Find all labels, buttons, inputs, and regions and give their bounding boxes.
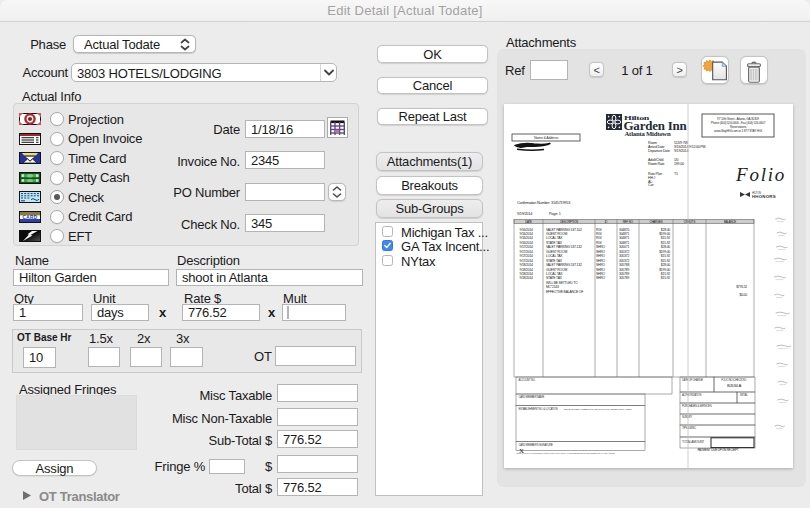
svg-text:STATE TAX: STATE TAX xyxy=(546,241,563,245)
svg-text:$776.52: $776.52 xyxy=(736,285,747,289)
svg-text:CARD: CARD xyxy=(23,215,38,220)
svg-text:REF. NO.: REF. NO. xyxy=(623,220,634,224)
svg-text:$15.92: $15.92 xyxy=(661,254,670,258)
svg-text:SHRO: SHRO xyxy=(596,276,606,280)
svg-text:CARD MEMBER NAME: CARD MEMBER NAME xyxy=(519,395,545,399)
svg-text:9/17/2014: 9/17/2014 xyxy=(520,259,534,263)
svg-text:SUNDRY: SUNDRY xyxy=(682,415,693,419)
svg-text:Car:: Car: xyxy=(648,183,654,187)
svg-text:305789: 305789 xyxy=(619,272,629,276)
svg-text:STATE TAX: STATE TAX xyxy=(546,276,563,280)
svg-text:VALET PARKING 537-132: VALET PARKING 537-132 xyxy=(546,245,582,249)
svg-text:304870: 304870 xyxy=(619,228,629,232)
svg-text:Garden Inn: Garden Inn xyxy=(624,120,688,132)
svg-text:AUTHORIZATION: AUTHORIZATION xyxy=(682,393,701,397)
svg-text:$199.00: $199.00 xyxy=(659,268,670,272)
svg-text:GUEST ROOM: GUEST ROOM xyxy=(546,268,567,272)
svg-text:80534 A: 80534 A xyxy=(727,383,741,388)
svg-text:TIPS & MISC.: TIPS & MISC. xyxy=(682,426,697,430)
svg-text:$0.00: $0.00 xyxy=(740,293,748,297)
svg-text:ESTABLISHMENT AGREES TO TRANSM: ESTABLISHMENT AGREES TO TRANSMIT TO CARD… xyxy=(564,408,632,410)
svg-text:ID: ID xyxy=(605,220,608,224)
svg-text:305789: 305789 xyxy=(619,276,629,280)
svg-text:304871: 304871 xyxy=(619,241,629,245)
svg-text:$15.92: $15.92 xyxy=(661,272,670,276)
svg-text:RGI: RGI xyxy=(596,232,602,236)
svg-text:Page: 1: Page: 1 xyxy=(549,212,561,216)
svg-text:9/16/2014: 9/16/2014 xyxy=(520,232,534,236)
svg-text:9/18/2014: 9/18/2014 xyxy=(520,276,534,280)
svg-text:SHRO: SHRO xyxy=(596,263,606,267)
svg-text:T1: T1 xyxy=(674,172,678,176)
svg-text:$15.92: $15.92 xyxy=(661,276,670,280)
svg-text:TOTAL AMOUNT: TOTAL AMOUNT xyxy=(682,440,704,444)
svg-text:$199.00: $199.00 xyxy=(659,232,670,236)
svg-text:FOLIO NO./CHECK NO.: FOLIO NO./CHECK NO. xyxy=(721,378,747,382)
svg-text:Room Rate: Room Rate xyxy=(648,162,665,166)
svg-text:305372: 305372 xyxy=(619,259,629,263)
svg-text:Departure Date: Departure Date xyxy=(648,149,670,153)
svg-text:305788: 305788 xyxy=(619,263,629,267)
svg-text:9/18/2014: 9/18/2014 xyxy=(520,263,534,267)
svg-text:305372: 305372 xyxy=(619,250,629,254)
svg-text:www.StayHGI.com or 1 877 STAY: www.StayHGI.com or 1 877 STAY HGI xyxy=(714,129,762,133)
svg-text:9/18/2014: 9/18/2014 xyxy=(520,268,534,272)
svg-text:WILL BE SETTLED TO: WILL BE SETTLED TO xyxy=(546,281,578,285)
svg-text:LOCAL TAX: LOCAL TAX xyxy=(546,272,563,276)
svg-text:VALET PARKING 537-132: VALET PARKING 537-132 xyxy=(546,263,582,267)
svg-text:305372: 305372 xyxy=(619,254,629,258)
svg-text:VALET PARKING 537-102: VALET PARKING 537-102 xyxy=(546,228,582,232)
svg-text:ACCOUNT NO.: ACCOUNT NO. xyxy=(519,378,536,382)
svg-text:BALANCE: BALANCE xyxy=(724,220,736,224)
svg-text:199.00: 199.00 xyxy=(674,162,684,166)
svg-text:9/16/2014: 9/16/2014 xyxy=(520,241,534,245)
svg-text:DATE OF CHARGE: DATE OF CHARGE xyxy=(682,378,703,382)
svg-text:LOCAL TAX: LOCAL TAX xyxy=(546,254,563,258)
svg-text:CHARGES: CHARGES xyxy=(650,220,663,224)
svg-text:$15.92: $15.92 xyxy=(661,259,670,263)
svg-text:INITIAL: INITIAL xyxy=(740,393,748,397)
svg-text:GUEST ROOM: GUEST ROOM xyxy=(546,232,567,236)
svg-text:RGI: RGI xyxy=(596,241,602,245)
svg-text:CREDITS: CREDITS xyxy=(684,220,696,224)
svg-text:ESTABLISHMENT NO. & LOCATION: ESTABLISHMENT NO. & LOCATION xyxy=(519,407,558,411)
svg-text:Name & Address: Name & Address xyxy=(534,136,559,140)
svg-text:9/16/2014: 9/16/2014 xyxy=(520,228,534,232)
svg-text:$28.00: $28.00 xyxy=(661,228,670,232)
svg-text:9/17/2014: 9/17/2014 xyxy=(520,254,534,258)
svg-text:SHRO: SHRO xyxy=(596,250,606,254)
svg-text:HHONORS: HHONORS xyxy=(752,194,776,199)
svg-text:9/17/2014: 9/17/2014 xyxy=(520,245,534,249)
svg-text:SHRO: SHRO xyxy=(596,245,606,249)
svg-text:GUEST ROOM: GUEST ROOM xyxy=(546,250,567,254)
svg-text:304871: 304871 xyxy=(619,232,629,236)
svg-text:DESCRIPTION: DESCRIPTION xyxy=(560,220,578,224)
svg-text:$199.00: $199.00 xyxy=(659,250,670,254)
svg-text:RGI: RGI xyxy=(596,228,602,232)
svg-text:$28.00: $28.00 xyxy=(661,263,670,267)
svg-text:SHRO: SHRO xyxy=(596,268,606,272)
svg-text:$28.00: $28.00 xyxy=(661,245,670,249)
svg-text:RGI: RGI xyxy=(596,236,602,240)
svg-text:304871: 304871 xyxy=(619,236,629,240)
svg-text:$15.92: $15.92 xyxy=(661,241,670,245)
svg-text:PURCHASES & SERVICES: PURCHASES & SERVICES xyxy=(682,404,712,408)
svg-text:PAYMENT DUE UPON RECEIPT: PAYMENT DUE UPON RECEIPT xyxy=(697,448,738,452)
svg-text:Confirmation Number: 314571995: Confirmation Number: 3145719953 xyxy=(517,201,570,205)
svg-text:$15.92: $15.92 xyxy=(661,236,670,240)
svg-text:305071: 305071 xyxy=(619,245,629,249)
svg-text:9/19/2014: 9/19/2014 xyxy=(674,149,688,153)
svg-text:9/19/2014: 9/19/2014 xyxy=(517,212,532,216)
svg-text:9/18/2014: 9/18/2014 xyxy=(520,272,534,276)
svg-text:9/16/2014: 9/16/2014 xyxy=(520,236,534,240)
svg-text:SHRO: SHRO xyxy=(596,254,606,258)
svg-text:Atlanta Midtown: Atlanta Midtown xyxy=(625,131,672,137)
svg-text:MERCHANT CLAIM PROCESS THROUGH: MERCHANT CLAIM PROCESS THROUGH ON THIS C… xyxy=(516,452,616,454)
svg-text:MC*2143: MC*2143 xyxy=(546,285,559,289)
svg-text:LOCAL TAX: LOCAL TAX xyxy=(546,236,563,240)
svg-text:DATE: DATE xyxy=(525,220,532,224)
svg-text:SHRO: SHRO xyxy=(596,272,606,276)
svg-text:305789: 305789 xyxy=(619,268,629,272)
svg-text:Folio: Folio xyxy=(735,164,786,185)
svg-text:STATE TAX: STATE TAX xyxy=(546,259,563,263)
